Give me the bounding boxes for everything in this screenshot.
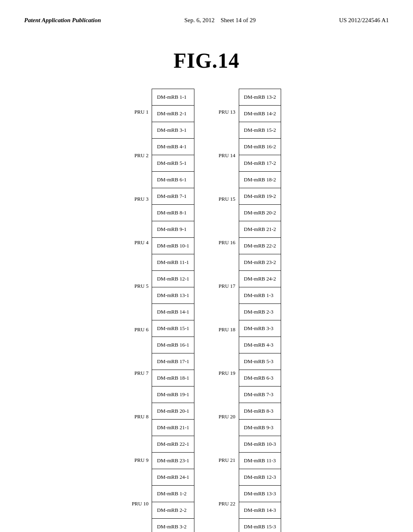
pru-label: PRU 17 (219, 264, 236, 308)
pru-label: PRU 14 (219, 134, 236, 177)
pru-label: PRU 6 (132, 308, 149, 351)
table-cell: DM-mRB 22-1 (152, 436, 194, 453)
sheet-info: Sheet 14 of 29 (221, 17, 256, 23)
pru-label: PRU 13 (219, 90, 236, 134)
table-cell: DM-mRB 3-3 (239, 320, 281, 337)
table-cell: DM-mRB 12-3 (239, 469, 281, 486)
pru-label: PRU 1 (132, 90, 149, 134)
table-cell: DM-mRB 9-3 (239, 420, 281, 436)
table-cell: DM-mRB 13-3 (239, 486, 281, 502)
pru-label: PRU 19 (219, 351, 236, 395)
table-cell: DM-mRB 23-2 (239, 254, 281, 271)
table-cell: DM-mRB 18-2 (239, 172, 281, 188)
page-header: Patent Application Publication Sep. 6, 2… (0, 0, 413, 25)
table-cell: DM-mRB 15-2 (239, 122, 281, 139)
table-cell: DM-mRB 10-3 (239, 436, 281, 453)
table-cell: DM-mRB 12-1 (152, 271, 194, 287)
table-cell: DM-mRB 8-1 (152, 205, 194, 221)
table-cell: DM-mRB 14-2 (239, 106, 281, 122)
table-cell: DM-mRB 21-2 (239, 221, 281, 238)
publication-date: Sep. 6, 2012 (184, 17, 215, 23)
publication-title: Patent Application Publication (24, 16, 101, 25)
table-cell: DM-mRB 19-1 (152, 387, 194, 403)
table-cell: DM-mRB 11-1 (152, 254, 194, 271)
table-cell: DM-mRB 22-2 (239, 238, 281, 254)
pru-label: PRU 7 (132, 351, 149, 395)
table-cell: DM-mRB 1-3 (239, 287, 281, 304)
table-cell: DM-mRB 11-3 (239, 453, 281, 469)
table-cell: DM-mRB 6-1 (152, 172, 194, 188)
pru-label: PRU 18 (219, 308, 236, 351)
pru-label: PRU 9 (132, 438, 149, 482)
table-cell: DM-mRB 1-2 (152, 486, 194, 502)
table-cell: DM-mRB 6-3 (239, 370, 281, 387)
table-cell: DM-mRB 9-1 (152, 221, 194, 238)
table-cell: DM-mRB 2-3 (239, 304, 281, 320)
right-pru-labels: PRU 13PRU 14PRU 15PRU 16PRU 17PRU 18PRU … (219, 89, 236, 532)
table-cell: DM-mRB 23-1 (152, 453, 194, 469)
pru-label: PRU 22 (219, 482, 236, 526)
pru-label: PRU 23 (219, 526, 236, 532)
header-date-sheet: Sep. 6, 2012 Sheet 14 of 29 (184, 16, 256, 25)
table-cell: DM-mRB 13-2 (239, 89, 281, 106)
table-cell: DM-mRB 4-1 (152, 139, 194, 155)
table-cell: DM-mRB 2-1 (152, 106, 194, 122)
pru-label: PRU 16 (219, 221, 236, 264)
right-table: DM-mRB 13-2DM-mRB 14-2DM-mRB 15-2DM-mRB … (239, 89, 282, 532)
table-cell: DM-mRB 7-3 (239, 387, 281, 403)
table-cell: DM-mRB 17-2 (239, 155, 281, 172)
table-cell: DM-mRB 1-1 (152, 89, 194, 106)
pru-label: PRU 21 (219, 438, 236, 482)
table-cell: DM-mRB 20-2 (239, 205, 281, 221)
table-cell: DM-mRB 15-1 (152, 320, 194, 337)
table-cell: DM-mRB 24-1 (152, 469, 194, 486)
table-cell: DM-mRB 15-3 (239, 519, 281, 532)
left-table: DM-mRB 1-1DM-mRB 2-1DM-mRB 3-1DM-mRB 4-1… (152, 89, 194, 532)
right-section: PRU 13PRU 14PRU 15PRU 16PRU 17PRU 18PRU … (219, 89, 281, 532)
pru-label: PRU 5 (132, 264, 149, 308)
table-cell: DM-mRB 8-3 (239, 403, 281, 420)
pru-label: PRU 20 (219, 395, 236, 438)
table-cell: DM-mRB 17-1 (152, 353, 194, 370)
pru-label: PRU 8 (132, 395, 149, 438)
table-cell: DM-mRB 4-3 (239, 337, 281, 353)
table-cell: DM-mRB 3-1 (152, 122, 194, 139)
table-cell: DM-mRB 14-1 (152, 304, 194, 320)
figure-title: FIG.14 (0, 49, 413, 73)
table-cell: DM-mRB 2-2 (152, 502, 194, 519)
pru-label: PRU 2 (132, 134, 149, 177)
table-cell: DM-mRB 5-3 (239, 353, 281, 370)
table-cell: DM-mRB 24-2 (239, 271, 281, 287)
table-cell: DM-mRB 13-1 (152, 287, 194, 304)
pru-label: PRU 3 (132, 177, 149, 221)
left-pru-labels: PRU 1PRU 2PRU 3PRU 4PRU 5PRU 6PRU 7PRU 8… (132, 89, 149, 532)
table-cell: DM-mRB 7-1 (152, 188, 194, 205)
table-cell: DM-mRB 20-1 (152, 403, 194, 420)
patent-number: US 2012/224546 A1 (339, 16, 389, 25)
table-cell: DM-mRB 19-2 (239, 188, 281, 205)
pru-label: PRU 11 (132, 526, 149, 532)
table-cell: DM-mRB 5-1 (152, 155, 194, 172)
column-divider (194, 89, 206, 532)
table-cell: DM-mRB 16-2 (239, 139, 281, 155)
table-cell: DM-mRB 18-1 (152, 370, 194, 387)
table-cell: DM-mRB 14-3 (239, 502, 281, 519)
main-content: PRU 1PRU 2PRU 3PRU 4PRU 5PRU 6PRU 7PRU 8… (0, 89, 413, 532)
pru-label: PRU 15 (219, 177, 236, 221)
table-cell: DM-mRB 21-1 (152, 420, 194, 436)
pru-label: PRU 10 (132, 482, 149, 526)
pru-label: PRU 4 (132, 221, 149, 264)
table-cell: DM-mRB 10-1 (152, 238, 194, 254)
table-cell: DM-mRB 16-1 (152, 337, 194, 353)
table-cell: DM-mRB 3-2 (152, 519, 194, 532)
left-section: PRU 1PRU 2PRU 3PRU 4PRU 5PRU 6PRU 7PRU 8… (132, 89, 194, 532)
